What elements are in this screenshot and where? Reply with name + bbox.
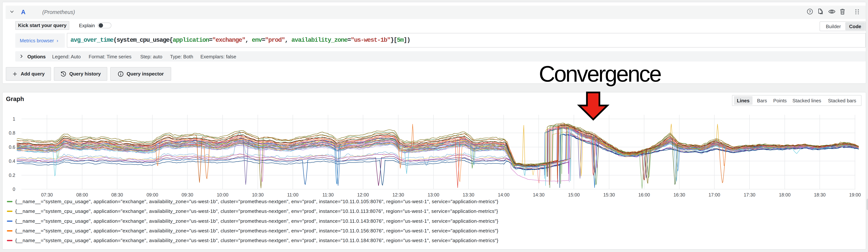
svg-text:17:00: 17:00 [709,192,720,197]
svg-text:15:00: 15:00 [568,192,580,197]
svg-text:10:30: 10:30 [252,192,264,197]
svg-text:12:30: 12:30 [393,192,404,197]
svg-text:0: 0 [13,187,15,192]
svg-text:07:30: 07:30 [41,192,53,197]
svg-text:08:30: 08:30 [112,192,123,197]
svg-text:0.2: 0.2 [9,173,15,178]
svg-text:0.6: 0.6 [9,144,15,150]
svg-text:16:00: 16:00 [638,192,650,197]
svg-text:18:30: 18:30 [814,192,826,197]
svg-text:1: 1 [13,116,15,121]
svg-text:09:30: 09:30 [182,192,193,197]
svg-text:13:30: 13:30 [463,192,474,197]
svg-text:15:30: 15:30 [603,192,615,197]
svg-text:09:00: 09:00 [147,192,158,197]
svg-text:0.4: 0.4 [9,159,15,164]
svg-text:17:30: 17:30 [744,192,755,197]
svg-text:19:00: 19:00 [849,192,861,197]
svg-text:10:00: 10:00 [217,192,228,197]
svg-text:0.8: 0.8 [9,130,15,136]
svg-text:16:30: 16:30 [674,192,685,197]
svg-text:12:00: 12:00 [357,192,369,197]
svg-text:11:30: 11:30 [322,192,334,197]
svg-text:18:00: 18:00 [779,192,791,197]
svg-text:14:30: 14:30 [533,192,545,197]
svg-text:11:00: 11:00 [287,192,299,197]
svg-text:14:00: 14:00 [498,192,509,197]
svg-text:13:00: 13:00 [428,192,439,197]
svg-text:08:00: 08:00 [76,192,88,197]
